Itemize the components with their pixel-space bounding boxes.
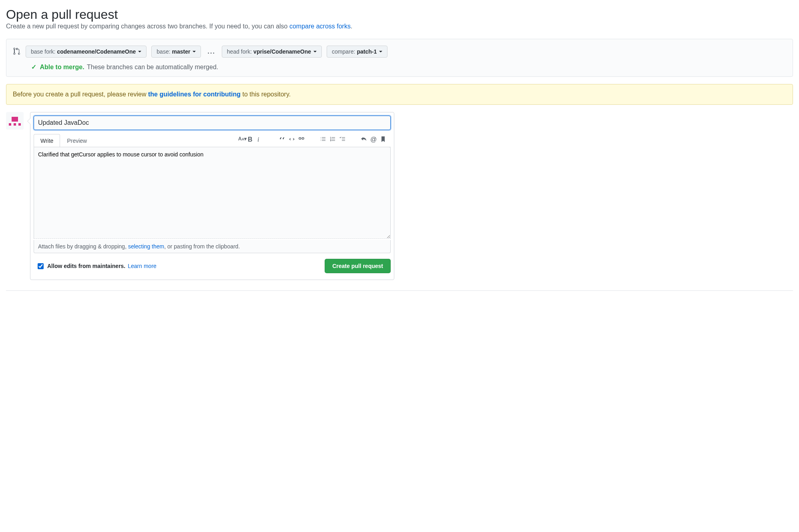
caret-down-icon xyxy=(138,51,141,52)
base-value: master xyxy=(172,48,191,55)
head-fork-select[interactable]: head fork: vprise/CodenameOne xyxy=(222,46,322,58)
task-list-icon[interactable] xyxy=(338,135,347,144)
mention-icon[interactable]: @ xyxy=(369,135,378,144)
learn-more-link[interactable]: Learn more xyxy=(128,263,157,269)
contributing-guidelines-link[interactable]: the guidelines for contributing xyxy=(148,91,241,98)
merge-status: ✓ Able to merge. These branches can be a… xyxy=(31,63,786,71)
comment-form: Write Preview AA▾ B i xyxy=(30,112,394,280)
merge-status-title: Able to merge. xyxy=(40,64,84,70)
page-subtitle: Create a new pull request by comparing c… xyxy=(6,23,793,30)
base-label: base: xyxy=(157,48,170,55)
avatar xyxy=(6,112,24,130)
flash-post: to this repository. xyxy=(243,91,291,98)
code-icon[interactable] xyxy=(287,135,296,144)
tab-write[interactable]: Write xyxy=(34,134,60,147)
allow-edits-row: Allow edits from maintainers. Learn more xyxy=(36,262,157,270)
text-size-icon[interactable]: AA▾ xyxy=(237,135,246,144)
base-fork-value: codenameone/CodenameOne xyxy=(57,48,136,55)
compare-ellipsis: ... xyxy=(206,48,217,55)
attach-post: , or pasting from the clipboard. xyxy=(164,243,240,250)
flash-pre: Before you create a pull request, please… xyxy=(13,91,148,98)
compare-box: base fork: codenameone/CodenameOne base:… xyxy=(6,39,793,77)
page-title: Open a pull request xyxy=(6,7,793,22)
git-compare-icon xyxy=(13,47,21,56)
allow-edits-label: Allow edits from maintainers. xyxy=(47,263,125,269)
merge-status-desc: These branches can be automatically merg… xyxy=(87,64,218,70)
create-pr-button[interactable]: Create pull request xyxy=(325,259,391,273)
pr-body-textarea[interactable]: Clarified that getCursor applies to mous… xyxy=(34,147,391,239)
base-fork-label: base fork: xyxy=(31,48,55,55)
italic-icon[interactable]: i xyxy=(256,135,265,144)
head-fork-label: head fork: xyxy=(227,48,252,55)
contributing-flash: Before you create a pull request, please… xyxy=(6,84,793,105)
check-icon: ✓ xyxy=(31,64,36,70)
compare-branch-select[interactable]: compare: patch-1 xyxy=(327,46,387,58)
caret-down-icon xyxy=(313,51,317,52)
link-icon[interactable] xyxy=(297,135,306,144)
compare-forks-link[interactable]: compare across forks xyxy=(289,23,351,30)
bookmark-icon[interactable] xyxy=(379,135,387,144)
compare-label: compare: xyxy=(332,48,355,55)
head-fork-value: vprise/CodenameOne xyxy=(253,48,311,55)
base-branch-select[interactable]: base: master xyxy=(151,46,201,58)
subtitle-post: . xyxy=(351,23,352,30)
quote-icon[interactable] xyxy=(278,135,287,144)
tab-preview[interactable]: Preview xyxy=(60,134,94,147)
compare-value: patch-1 xyxy=(357,48,377,55)
allow-edits-checkbox[interactable] xyxy=(38,263,44,269)
comment-tabnav: Write Preview AA▾ B i xyxy=(34,134,391,147)
markdown-toolbar: AA▾ B i @ xyxy=(226,135,391,146)
attach-pre: Attach files by dragging & dropping, xyxy=(38,243,128,250)
pr-title-input[interactable] xyxy=(34,116,391,130)
caret-down-icon xyxy=(379,51,382,52)
reply-icon[interactable] xyxy=(359,135,368,144)
bold-icon[interactable]: B xyxy=(247,135,255,144)
divider xyxy=(6,290,793,291)
bullet-list-icon[interactable] xyxy=(319,135,327,144)
base-fork-select[interactable]: base fork: codenameone/CodenameOne xyxy=(26,46,147,58)
numbered-list-icon[interactable] xyxy=(328,135,337,144)
subtitle-text: Create a new pull request by comparing c… xyxy=(6,23,289,30)
attach-dropzone[interactable]: Attach files by dragging & dropping, sel… xyxy=(34,240,391,253)
caret-down-icon xyxy=(193,51,196,52)
select-files-link[interactable]: selecting them xyxy=(128,243,164,250)
